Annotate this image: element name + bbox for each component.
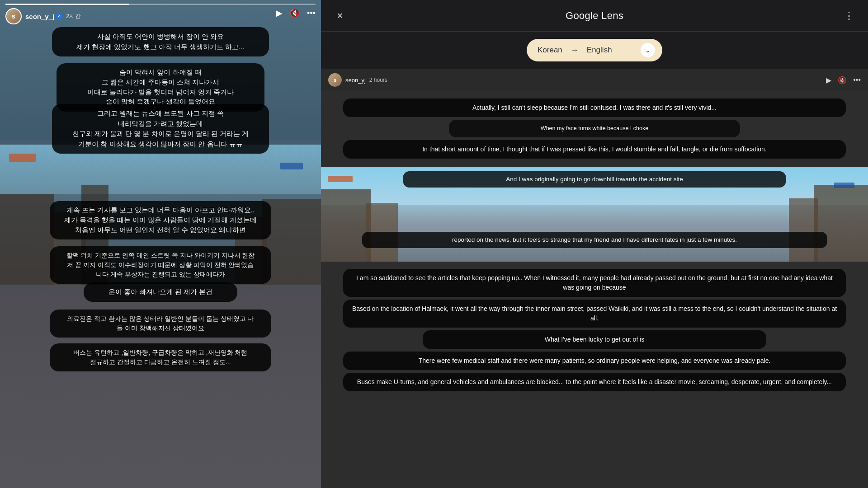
close-button[interactable]: × <box>332 8 348 24</box>
translation-bubble-1: Actually, I still can't sleep because I'… <box>343 99 846 117</box>
mini-play-icon[interactable]: ▶ <box>826 76 831 84</box>
building-center-right <box>789 198 818 262</box>
story-progress-bar <box>5 4 316 5</box>
story-progress-fill <box>5 4 129 5</box>
building-left <box>321 189 371 262</box>
translation-section-2: I am so saddened to see the articles tha… <box>321 262 868 399</box>
mini-user-info: s seon_yj 2 hours <box>328 73 387 87</box>
language-bar: Korean → English ⌄ <box>527 39 662 61</box>
mute-icon[interactable]: 🔇 <box>290 8 300 18</box>
translation-bubble-6: I am so saddened to see the articles tha… <box>343 269 846 297</box>
translation-bubble-3: In that short amount of time, I thought … <box>343 140 846 159</box>
source-language-button[interactable]: Korean <box>534 44 566 56</box>
mini-username: seon_yj <box>345 77 366 84</box>
language-arrow: → <box>571 46 579 55</box>
story-controls: ▶ 🔇 ••• <box>276 8 316 18</box>
translation-bubble-8: What I've been lucky to get out of is <box>423 330 767 349</box>
story-avatar: s <box>5 8 22 24</box>
mini-time: 2 hours <box>369 77 387 83</box>
target-language-button[interactable]: English <box>583 44 616 56</box>
chevron-down-icon: ⌄ <box>645 47 651 54</box>
korean-bubble-8: 버스는 유턴하고 ,일반차량, 구급차량은 막히고 ,재난영화 처럼 절규하고 … <box>50 343 271 371</box>
translation-bubble-2: When my face turns white because I choke <box>449 120 740 137</box>
korean-bubble-6: 운이 좋아 빠져나오게 된 제가 본건 <box>84 282 237 302</box>
verified-badge: ✓ <box>56 13 62 19</box>
translation-section-1: Actually, I still can't sleep because I'… <box>321 91 868 167</box>
mini-mute-icon[interactable]: 🔇 <box>838 76 847 84</box>
korean-bubble-4: 계속 뜨는 기사를 보고 있는데 너무 마음이 아프고 안타까워요.. 제가 목… <box>50 201 271 239</box>
korean-bubble-3: 그리고 원래는 뉴스에 보도된 사고 지점 쪽 내리막길을 가려고 했었는데 친… <box>52 104 269 154</box>
more-icon[interactable]: ••• <box>307 9 316 18</box>
mini-avatar: s <box>328 73 342 87</box>
korean-bubble-1: 사실 아직도 어안이 벙벙해서 잠이 안 와요 제가 현장에 있었기도 했고 아… <box>52 27 269 56</box>
mini-more-icon[interactable]: ••• <box>853 76 861 84</box>
mini-story-header: s seon_yj 2 hours ▶ 🔇 ••• <box>321 69 868 91</box>
lens-title: Google Lens <box>566 10 623 22</box>
translation-bubble-4: And I was originally going to go downhil… <box>403 171 786 188</box>
more-options-button[interactable]: ⋮ <box>841 8 857 24</box>
translated-image-area: And I was originally going to go downhil… <box>321 167 868 262</box>
story-user-info: s seon_y_j ✓ 2시간 <box>5 8 81 24</box>
right-panel: × Google Lens ⋮ Korean → English ⌄ s seo… <box>321 0 868 488</box>
sign-left <box>328 176 353 182</box>
lens-header: × Google Lens ⋮ <box>321 0 868 32</box>
translation-bubble-9: There were few medical staff and there w… <box>343 352 846 370</box>
left-panel: s seon_y_j ✓ 2시간 ▶ 🔇 ••• 사실 아직도 어안이 벙벙해서… <box>0 0 321 488</box>
korean-bubble-5: 할맥 위치 기준으로 안쪽 메인 스트릿 쪽 지나 와이키키 지나서 한참 저 … <box>50 246 271 284</box>
building-right <box>814 185 868 262</box>
translation-bubble-5: reported on the news, but it feels so st… <box>362 232 827 248</box>
mini-controls: ▶ 🔇 ••• <box>826 76 861 84</box>
translated-content[interactable]: s seon_yj 2 hours ▶ 🔇 ••• Actually, I st… <box>321 69 868 488</box>
story-time: 2시간 <box>66 12 81 20</box>
sign-right <box>834 183 854 188</box>
translation-bubble-10: Buses make U-turns, and general vehicles… <box>343 373 846 391</box>
play-icon[interactable]: ▶ <box>276 8 283 18</box>
language-selector: Korean → English ⌄ <box>321 32 868 69</box>
language-dropdown-button[interactable]: ⌄ <box>641 43 655 57</box>
translation-bubble-7: Based on the location of Halmaek, it wen… <box>343 300 846 328</box>
story-username: seon_y_j ✓ <box>25 13 62 20</box>
korean-bubble-7: 의료진은 적고 환자는 많은 상태라 일반인 분들이 돕는 상태였고 다 들 이… <box>50 310 271 338</box>
